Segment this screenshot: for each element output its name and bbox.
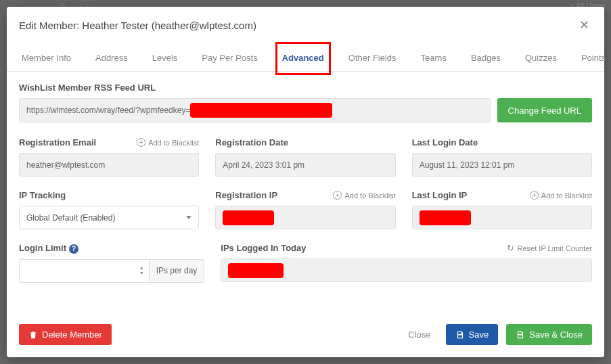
last-login-ip-field	[412, 206, 592, 229]
registration-ip-field	[215, 206, 395, 229]
save-button[interactable]: Save	[446, 324, 499, 345]
add-to-blacklist-label: Add to Blacklist	[344, 191, 395, 200]
trash-icon	[28, 330, 38, 340]
ip-tracking-select[interactable]: Global Default (Enabled)	[19, 206, 199, 229]
modal-title: Edit Member: Heather Tester (heather@wlp…	[19, 20, 256, 31]
tab-advanced[interactable]: Advanced	[279, 46, 327, 71]
save-and-close-button[interactable]: Save & Close	[506, 324, 592, 345]
tab-teams[interactable]: Teams	[418, 46, 449, 71]
save-icon	[455, 330, 465, 340]
redacted-login-ip	[420, 210, 471, 225]
last-login-date-label: Last Login Date	[412, 137, 592, 147]
modal-footer: Delete Member Close Save Save & Close	[7, 315, 604, 357]
registration-ip-label: Registration IP	[215, 190, 277, 200]
login-limit-label: Login Limit?	[19, 243, 204, 254]
plus-circle-icon: +	[530, 191, 539, 200]
tab-bar: Member Info Address Levels Pay Per Posts…	[7, 46, 604, 72]
tab-points[interactable]: Points	[579, 46, 608, 71]
close-icon[interactable]: ✕	[576, 15, 592, 35]
ips-logged-today-label: IPs Logged In Today	[221, 243, 306, 253]
ip-tracking-value: Global Default (Enabled)	[26, 213, 115, 223]
chevron-down-icon	[186, 216, 191, 219]
refresh-icon: ↻	[506, 244, 515, 252]
plus-circle-icon: +	[333, 191, 342, 200]
stepper-up-icon[interactable]: ▲	[137, 265, 146, 271]
edit-member-modal: Edit Member: Heather Tester (heather@wlp…	[7, 7, 604, 357]
tab-quizzes[interactable]: Quizzes	[522, 46, 560, 71]
registration-date-label: Registration Date	[215, 137, 395, 147]
add-to-blacklist-email[interactable]: + Add to Blacklist	[137, 138, 199, 147]
add-to-blacklist-label: Add to Blacklist	[541, 191, 592, 200]
ips-per-day-suffix: IPs per day	[150, 259, 205, 283]
last-login-date-field: August 11, 2023 12:01 pm	[412, 153, 592, 177]
feed-url-value: https://wlmtest.com/wray/feed/?wpmfeedke…	[26, 106, 190, 115]
redacted-ips-today	[228, 263, 284, 278]
tab-levels[interactable]: Levels	[150, 46, 181, 71]
registration-email-field: heather@wlptest.com	[19, 153, 199, 177]
registration-date-field: April 24, 2023 3:01 pm	[215, 153, 395, 177]
add-to-blacklist-reg-ip[interactable]: + Add to Blacklist	[333, 191, 395, 200]
reset-ip-limit-counter[interactable]: ↻ Reset IP Limit Counter	[506, 244, 592, 252]
stepper-down-icon[interactable]: ▼	[137, 271, 146, 276]
ip-tracking-label: IP Tracking	[19, 190, 199, 200]
help-icon[interactable]: ?	[69, 244, 78, 254]
plus-circle-icon: +	[137, 138, 145, 147]
close-button[interactable]: Close	[401, 325, 437, 344]
tab-address[interactable]: Address	[93, 46, 131, 71]
add-to-blacklist-login-ip[interactable]: + Add to Blacklist	[530, 191, 592, 200]
delete-member-button[interactable]: Delete Member	[19, 324, 112, 345]
modal-header: Edit Member: Heather Tester (heather@wlp…	[7, 7, 604, 43]
save-icon	[516, 330, 525, 340]
feed-url-label: WishList Member RSS Feed URL	[19, 83, 592, 93]
redacted-reg-ip	[223, 210, 274, 225]
tab-member-info[interactable]: Member Info	[19, 46, 74, 71]
reset-ip-label: Reset IP Limit Counter	[518, 244, 592, 252]
ips-logged-today-field	[221, 258, 592, 282]
registration-email-label: Registration Email	[19, 137, 96, 147]
last-login-ip-label: Last Login IP	[412, 190, 468, 200]
add-to-blacklist-label: Add to Blacklist	[148, 139, 199, 147]
feed-url-input[interactable]: https://wlmtest.com/wray/feed/?wpmfeedke…	[19, 98, 491, 122]
login-limit-input[interactable]: ▲ ▼	[19, 259, 150, 283]
tab-pay-per-posts[interactable]: Pay Per Posts	[199, 46, 260, 71]
change-feed-url-button[interactable]: Change Feed URL	[497, 98, 592, 122]
tab-badges[interactable]: Badges	[468, 46, 503, 71]
tab-other-fields[interactable]: Other Fields	[346, 46, 399, 71]
redacted-feed-key	[190, 103, 332, 118]
